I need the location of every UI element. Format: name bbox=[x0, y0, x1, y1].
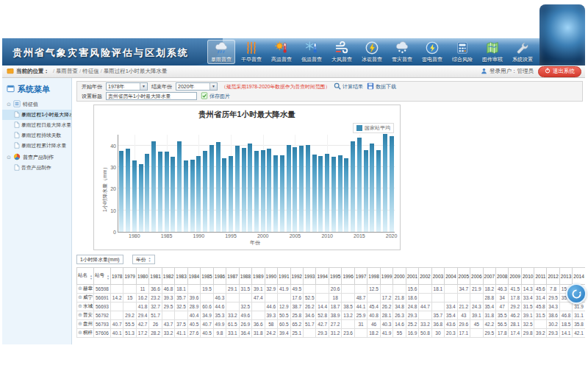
nav-item-map[interactable]: 图件审核 bbox=[478, 40, 506, 64]
column-header-year[interactable]: 2004 bbox=[445, 268, 457, 285]
value-cell: 32.9 bbox=[265, 285, 277, 294]
column-header-year[interactable]: 1995 bbox=[329, 268, 341, 285]
value-cell bbox=[419, 294, 431, 302]
column-header-year[interactable]: 1988 bbox=[239, 268, 251, 285]
floating-widget-button[interactable] bbox=[566, 283, 587, 304]
location-icon bbox=[7, 67, 14, 76]
value-cell: 31.5 bbox=[534, 311, 547, 320]
column-header-year[interactable]: 2006 bbox=[470, 268, 483, 285]
column-header-year[interactable]: 2013 bbox=[559, 268, 572, 285]
nav-item-snow[interactable]: 雪灾普查 bbox=[388, 40, 416, 64]
sidebar-item[interactable]: 暴雨过程日最大降水量 bbox=[2, 120, 71, 130]
row-expand-icon[interactable]: ⊕ bbox=[78, 286, 82, 291]
column-header-year[interactable]: 2002 bbox=[419, 268, 431, 285]
column-header-year[interactable]: 2011 bbox=[534, 268, 547, 285]
column-header-year[interactable]: 2005 bbox=[457, 268, 470, 285]
nav-item-cold[interactable]: 低温普查 bbox=[298, 40, 326, 64]
nav-item-heat[interactable]: 高温普查 bbox=[268, 40, 295, 64]
nav-item-hail[interactable]: 冰雹普查 bbox=[358, 40, 386, 64]
chart-bar bbox=[151, 141, 156, 232]
breadcrumb-item[interactable]: 特征值 bbox=[82, 68, 99, 74]
column-header-year[interactable]: 1978 bbox=[110, 268, 123, 285]
value-cell bbox=[110, 311, 123, 320]
value-cell: 23.6 bbox=[342, 329, 354, 338]
column-header-year[interactable]: 2014 bbox=[573, 268, 585, 285]
column-header-year[interactable]: 1992 bbox=[290, 268, 303, 285]
calc-result-button[interactable]: 计算结果 bbox=[334, 82, 363, 91]
column-header-year[interactable]: 1982 bbox=[162, 268, 174, 285]
nav-item-risk[interactable]: 综合风险 bbox=[448, 40, 476, 64]
nav-item-settings[interactable]: 系统设置 bbox=[509, 40, 537, 64]
column-header-name[interactable]: 站名▲▼ bbox=[77, 268, 94, 285]
nav-item-drought[interactable]: 干旱普查 bbox=[237, 40, 265, 64]
row-expand-icon[interactable]: ⊕ bbox=[78, 294, 82, 300]
column-header-year[interactable]: 1980 bbox=[136, 268, 148, 285]
calc-label: 计算结果 bbox=[343, 83, 363, 91]
column-header-year[interactable]: 1996 bbox=[342, 268, 354, 285]
page-icon bbox=[14, 132, 20, 139]
sidebar-group-list[interactable]: ⊙特征值 bbox=[2, 98, 71, 110]
column-header-year[interactable]: 2010 bbox=[521, 268, 534, 285]
save-image-button[interactable]: 保存图片 bbox=[201, 92, 230, 100]
column-header-year[interactable]: 1994 bbox=[316, 268, 329, 285]
breadcrumb-item[interactable]: 暴雨过程1小时最大降水量 bbox=[104, 68, 168, 74]
column-header-year[interactable]: 2009 bbox=[509, 268, 521, 285]
value-cell: 26.3 bbox=[393, 311, 406, 320]
row-expand-icon[interactable]: ⊕ bbox=[78, 321, 82, 326]
chart-bar bbox=[203, 151, 207, 232]
start-year-select[interactable]: 1978年 ▼ bbox=[106, 82, 148, 91]
nav-item-lightning[interactable]: 雷电普查 bbox=[418, 40, 446, 64]
chart-legend[interactable]: 国家站平均 bbox=[353, 123, 394, 133]
x-axis-tick: 2015 bbox=[354, 233, 365, 238]
column-header-year[interactable]: 1998 bbox=[368, 268, 380, 285]
sidebar-item[interactable]: 普查产品制作 bbox=[2, 163, 71, 173]
column-header-year[interactable]: 1979 bbox=[123, 268, 136, 285]
column-header-year[interactable]: 2012 bbox=[547, 268, 559, 285]
sidebar-group-pie[interactable]: ⊙普查产品制作 bbox=[2, 151, 71, 163]
column-header-year[interactable]: 1991 bbox=[278, 268, 290, 285]
column-header-year[interactable]: 2008 bbox=[496, 268, 509, 285]
column-header-year[interactable]: 1986 bbox=[213, 268, 226, 285]
nav-item-rain[interactable]: 暴雨普查 bbox=[207, 40, 235, 64]
end-year-select[interactable]: 2020年 ▼ bbox=[176, 82, 218, 91]
value-cell bbox=[110, 285, 123, 294]
app-window: 贵州省气象灾害风险评估与区划系统 暴雨普查干旱普查高温普查低温普查大风普查冰雹普… bbox=[0, 0, 588, 368]
column-header-year[interactable]: 1993 bbox=[303, 268, 315, 285]
row-expand-icon[interactable]: ⊕ bbox=[78, 330, 82, 335]
data-download-button[interactable]: 数据下载 bbox=[367, 82, 396, 91]
column-header-year[interactable]: 1989 bbox=[252, 268, 265, 285]
column-header-id[interactable]: 站号▲▼ bbox=[93, 268, 110, 285]
row-expand-icon[interactable]: ⊕ bbox=[78, 303, 82, 308]
band-year-header[interactable]: 年份 ▲▼ bbox=[132, 255, 155, 264]
tree-toggle-icon[interactable]: ⊙ bbox=[7, 102, 11, 107]
chart-title-input[interactable] bbox=[106, 92, 197, 100]
value-cell bbox=[342, 294, 354, 302]
column-header-year[interactable]: 1983 bbox=[175, 268, 187, 285]
band-value-header: 1小时降水量(mm) bbox=[76, 255, 123, 264]
chart-bar bbox=[139, 164, 143, 232]
column-header-year[interactable]: 1981 bbox=[149, 268, 162, 285]
sidebar-item[interactable]: 暴雨过程1小时最大降水量 bbox=[2, 110, 71, 120]
value-cell: 29.3 bbox=[547, 329, 559, 338]
breadcrumb-item[interactable]: 暴雨普查 bbox=[56, 68, 78, 74]
tree-toggle-icon[interactable]: ⊙ bbox=[7, 155, 11, 160]
toolbar-row-2: 设置标题 保存图片 bbox=[77, 91, 582, 101]
sidebar-item[interactable]: 暴雨过程持续天数 bbox=[2, 130, 71, 141]
column-header-year[interactable]: 1990 bbox=[265, 268, 277, 285]
column-header-year[interactable]: 2003 bbox=[431, 268, 444, 285]
column-header-year[interactable]: 1997 bbox=[354, 268, 367, 285]
value-cell: 42.7 bbox=[136, 320, 148, 329]
logout-button[interactable]: 退出系统 bbox=[538, 66, 581, 77]
column-header-year[interactable]: 1999 bbox=[380, 268, 392, 285]
chart-bar bbox=[390, 136, 394, 232]
sidebar-item[interactable]: 暴雨过程累计降水量 bbox=[2, 141, 71, 151]
nav-item-wind[interactable]: 大风普查 bbox=[328, 40, 356, 64]
column-header-year[interactable]: 2007 bbox=[483, 268, 495, 285]
row-expand-icon[interactable]: ⊕ bbox=[78, 312, 82, 317]
value-cell: 27.2 bbox=[329, 320, 341, 329]
column-header-year[interactable]: 1987 bbox=[226, 268, 239, 285]
column-header-year[interactable]: 1985 bbox=[201, 268, 213, 285]
column-header-year[interactable]: 1984 bbox=[187, 268, 200, 285]
column-header-year[interactable]: 2001 bbox=[406, 268, 418, 285]
column-header-year[interactable]: 2000 bbox=[393, 268, 406, 285]
